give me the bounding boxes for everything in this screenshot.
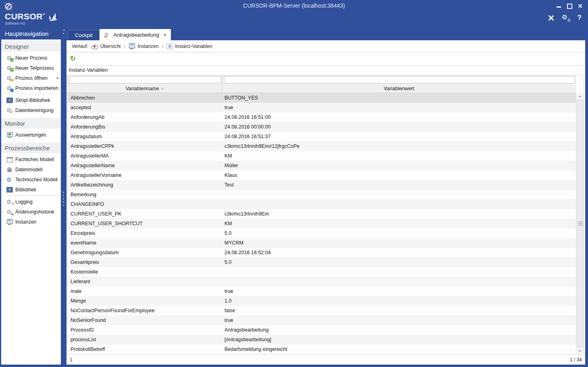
table-row[interactable]: Gesamtpreis5.0: [67, 257, 576, 267]
settings-gears-icon[interactable]: [562, 14, 571, 22]
sidebar-item-neuer-prozess[interactable]: Neuer Prozess: [1, 53, 61, 63]
tab-antragsbearbeitung[interactable]: Antragsbearbeitung×: [100, 29, 171, 40]
splitter-grip[interactable]: [63, 192, 64, 206]
sidebar-item-prozess-importieren[interactable]: Prozess importieren: [1, 83, 61, 93]
variable-value-cell: MYCRM: [222, 240, 576, 246]
table-row[interactable]: AnforderungBis24.08.2016 00:00:00: [67, 122, 576, 132]
variable-name-cell: Kostenstelle: [67, 269, 222, 275]
sidebar-item-instanzen[interactable]: Instanzen: [1, 217, 61, 227]
table-row[interactable]: NoContactPersonFoundForEmployeefalse: [67, 306, 576, 315]
sidebar-item-bibliothek[interactable]: Bibliothek: [1, 185, 61, 195]
maximize-button[interactable]: [567, 4, 572, 9]
sidebar-item-nderungshistorie[interactable]: Änderungshistorie: [1, 207, 61, 217]
sidebar-separator: [4, 195, 58, 196]
table-row[interactable]: processList[Antragsbearbeitung]: [67, 335, 576, 344]
table-row[interactable]: eventNameMYCRM: [67, 238, 576, 248]
variable-value-cell: 24.08.2016 00:00:00: [222, 124, 576, 130]
variable-value-cell: [Antragsbearbeitung]: [222, 337, 576, 342]
vertical-scrollbar[interactable]: [576, 93, 584, 354]
sidebar-item-skript-bibliothek[interactable]: Skript-Bibliothek: [1, 95, 61, 105]
table-row[interactable]: CURRENT_USER_PKc3krmc13rlnnih9Em: [67, 209, 576, 219]
table-row[interactable]: CHANGEINFO: [67, 199, 576, 209]
table-row[interactable]: CURRENT_USER_SHORTCUTKM: [67, 219, 576, 228]
variable-name-cell: ProtokollBetreff: [67, 346, 222, 352]
tools-icon[interactable]: [547, 14, 555, 22]
variable-value-cell: 1.0: [222, 298, 576, 304]
table-row[interactable]: AntragsstellerCPPkc3krmc13rlnnih9Em#12jf…: [67, 141, 576, 151]
table-row[interactable]: acceptedtrue: [67, 103, 576, 112]
table-row[interactable]: Genehmigungsdatum24.08.2016 16:52:04: [67, 248, 576, 257]
business-model-icon: [6, 156, 13, 163]
brand-logo: CURSOR® Software AG: [5, 12, 57, 25]
scroll-down-button[interactable]: [576, 347, 584, 354]
chevron-down-icon[interactable]: ▾: [56, 76, 58, 80]
variable-name-cell: male: [67, 288, 222, 294]
variable-name-cell: Bemerkung: [67, 192, 222, 197]
table-row[interactable]: AnforderungAb24.08.2016 16:51:00: [67, 112, 576, 122]
window-title: CURSOR-BPM-Server (localhost:38443): [0, 2, 588, 9]
splitter-collapse-arrows[interactable]: ◄►: [61, 29, 66, 35]
table-row[interactable]: AntragsstellerNameMüller: [67, 161, 576, 170]
variable-value-filter-input[interactable]: [224, 76, 575, 83]
breadcrumb-item-instanz-variablen[interactable]: Instanz-Variablen: [166, 44, 212, 49]
sidebar-item-label: Auswertungen: [15, 132, 46, 138]
table-row[interactable]: NoSeniorFoundtrue: [67, 315, 576, 325]
variable-value-cell: KM: [222, 153, 576, 159]
variable-name-cell: Menge: [67, 298, 222, 304]
breadcrumb-label: Übersicht: [100, 44, 121, 49]
variables-icon: [166, 44, 172, 49]
refresh-icon[interactable]: [70, 55, 77, 62]
sidebar-item-label: Prozess importieren: [15, 85, 58, 91]
breadcrumb-separator-icon: ›: [121, 44, 129, 49]
help-icon[interactable]: ?: [578, 14, 582, 22]
table-row[interactable]: AbbrechenBUTTON_YES: [67, 93, 576, 103]
sidebar-item-label: Prozess öffnen: [15, 75, 48, 81]
new-subprocess-icon: [6, 65, 13, 71]
table-row[interactable]: Bemerkung: [67, 190, 576, 199]
import-process-icon: [6, 85, 13, 91]
process-tab-icon: [104, 31, 110, 38]
table-row[interactable]: Lieferant: [67, 277, 576, 286]
status-bar: 1 1 / 34: [66, 354, 585, 365]
tab-close-icon[interactable]: ×: [164, 32, 167, 38]
table-row[interactable]: Menge1.0: [67, 296, 576, 306]
table-row[interactable]: ArtikelbezeichnungTest: [67, 180, 576, 190]
sidebar-splitter[interactable]: ◄►: [61, 27, 66, 365]
table-row[interactable]: ProtokollBetreffBedarfsmeldung eingereic…: [67, 344, 576, 354]
scroll-up-button[interactable]: [576, 93, 584, 100]
variable-value-cell: true: [222, 105, 576, 110]
table-row[interactable]: maletrue: [67, 286, 576, 296]
table-row[interactable]: ProcessIDAntragsbearbeitung: [67, 325, 576, 335]
sidebar-item-auswertungen[interactable]: Auswertungen: [1, 130, 61, 140]
table-row[interactable]: AntragsstellerMAKM: [67, 151, 576, 161]
minimize-button[interactable]: [557, 3, 561, 9]
variable-value-cell: Klaus: [222, 172, 576, 178]
sidebar-item-logging[interactable]: Logging: [1, 197, 61, 207]
sidebar-item-neuer-teilprozess[interactable]: Neuer Teilprozess: [1, 63, 61, 73]
sidebar-item-label: Fachliches Modell: [15, 157, 54, 162]
variable-name-cell: Abbrechen: [67, 95, 222, 101]
table-row[interactable]: AntragsstellerVornameKlaus: [67, 170, 576, 180]
variable-value-cell: c3krmc13rlnnih9Em#12jfrgcCoPe: [222, 143, 576, 149]
sidebar-item-technisches-modell[interactable]: Technisches Modell: [1, 174, 61, 185]
variable-value-cell: Müller: [222, 163, 576, 168]
column-header-variablenwert[interactable]: Variablenwert: [222, 84, 576, 93]
sidebar-item-datenmodell[interactable]: Datenmodell: [1, 164, 61, 174]
breadcrumb-item-instanzen[interactable]: Instanzen: [129, 43, 158, 50]
breadcrumb-prefix: Verlauf:: [72, 44, 88, 49]
tab-cockpit[interactable]: Cockpit: [68, 30, 100, 40]
variable-name-filter-input[interactable]: [69, 76, 221, 83]
table-row[interactable]: Kostenstelle: [67, 267, 576, 277]
sidebar-item-fachliches-modell[interactable]: Fachliches Modell: [1, 154, 61, 164]
sidebar-item-prozess-ffnen[interactable]: Prozess öffnen▾: [1, 73, 61, 83]
column-header-variablenname[interactable]: Variablenname▲: [67, 84, 222, 93]
variable-name-cell: processList: [67, 337, 222, 342]
scrollbar-thumb[interactable]: [577, 100, 583, 347]
title-bar: CURSOR-BPM-Server (localhost:38443) CURS…: [0, 0, 588, 27]
table-row[interactable]: Antragsdatum24.08.2016 16:51:37: [67, 132, 576, 141]
table-row[interactable]: Einzelpreis5.0: [67, 228, 576, 238]
sidebar-item-datenbereinigung[interactable]: Datenbereinigung: [1, 105, 61, 115]
breadcrumb-item-bersicht[interactable]: Übersicht: [91, 44, 121, 49]
close-button[interactable]: ×: [578, 3, 582, 9]
variable-value-cell: 24.08.2016 16:52:04: [222, 250, 576, 255]
